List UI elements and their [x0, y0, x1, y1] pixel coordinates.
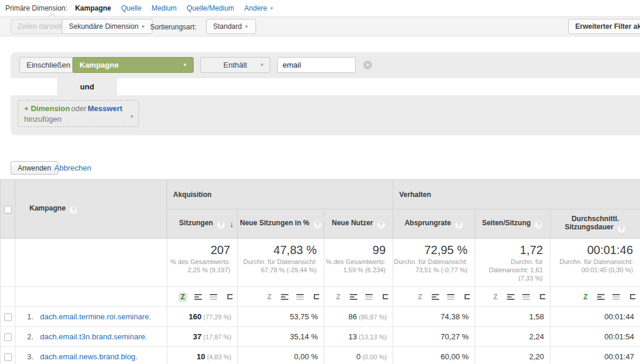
row-index: 1. [27, 312, 40, 321]
tab-quelle[interactable]: Quelle [121, 4, 142, 12]
row-checkbox[interactable] [4, 313, 12, 321]
help-icon[interactable]: ? [377, 221, 386, 229]
table-row: 3.dach.email.news.brand.blog. 10(4,83 %)… [1, 347, 640, 364]
filter-dimension-dropdown[interactable]: Kampagne▼ [72, 57, 194, 73]
select-all-checkbox[interactable] [4, 206, 12, 213]
help-icon[interactable]: ? [534, 221, 543, 229]
sparkline-z-icon[interactable]: Z [582, 293, 589, 302]
new-users-cell: 86(86,87 %) [324, 307, 393, 327]
bounce-cell: 60,00 % [393, 347, 475, 364]
help-icon[interactable]: ? [313, 221, 322, 229]
column-display-options-row: Z Z Z Z Z Z [1, 287, 640, 307]
sparkline-z-icon[interactable]: Z [334, 293, 342, 302]
add-metric-label[interactable]: Messwert [88, 104, 122, 113]
chevron-down-icon: ▼ [244, 24, 249, 29]
pivot-icon[interactable] [462, 293, 470, 300]
secondary-dimension-dropdown[interactable]: Sekundäre Dimension▼ [62, 19, 152, 34]
add-dimension-metric-button[interactable]: + DimensionoderMesswert hinzufügen ▼ [18, 100, 139, 127]
pages-cell: 2,20 [475, 347, 551, 364]
row-index: 3. [27, 352, 40, 361]
filter-operator-dropdown[interactable]: Enthält▼ [200, 57, 270, 73]
column-header-sitzungsdauer[interactable]: Durchschnittl.Sitzungsdauer? [551, 209, 640, 239]
performance-bars-icon[interactable] [447, 294, 455, 300]
sessions-cell: 10(4,83 %) [167, 347, 238, 364]
bar-chart-icon[interactable] [194, 294, 202, 300]
sparkline-z-icon[interactable]: Z [492, 293, 499, 302]
performance-bars-icon[interactable] [612, 294, 620, 300]
campaign-link[interactable]: dach.email.t3n.brand.seminare. [40, 332, 147, 341]
new-sessions-cell: 53,75 % [238, 307, 324, 327]
filter-and-input[interactable] [117, 78, 640, 95]
chevron-down-icon: ▼ [141, 24, 145, 29]
performance-bars-icon[interactable] [296, 294, 304, 300]
cancel-link[interactable]: Abbrechen [54, 163, 91, 172]
help-icon[interactable]: ? [217, 221, 226, 229]
primary-dimension-bar: Primäre Dimension: Kampagne Quelle Mediu… [0, 0, 640, 16]
column-header-kampagne[interactable]: Kampagne? [15, 180, 167, 239]
tab-medium[interactable]: Medium [151, 4, 177, 12]
row-checkbox[interactable] [4, 353, 12, 361]
filter-value-input[interactable] [277, 57, 356, 73]
sessions-cell: 37(17,87 %) [167, 327, 238, 347]
pivot-icon[interactable] [628, 293, 635, 300]
table-row: 1.dach.email.termine.roi.seminare. 160(7… [1, 307, 640, 327]
primary-dimension-label: Primäre Dimension: [5, 4, 67, 12]
chevron-down-icon: ▼ [183, 62, 187, 68]
sparkline-z-icon[interactable]: Z [266, 293, 273, 302]
bounce-cell: 70,27 % [393, 327, 475, 347]
column-header-neue-nutzer[interactable]: Neue Nutzer? [324, 209, 393, 239]
help-icon[interactable]: ? [617, 225, 626, 233]
new-users-cell: 0(0,00 %) [324, 347, 393, 364]
pages-cell: 2,24 [475, 327, 551, 347]
summary-pages: 1,72Durchn. fürDatenansicht: 1,61 (7,33 … [475, 239, 551, 287]
column-header-absprungrate[interactable]: Absprungrate? [393, 209, 475, 239]
help-icon[interactable]: ? [455, 221, 463, 229]
performance-bars-icon[interactable] [365, 294, 373, 300]
row-index: 2. [27, 332, 40, 341]
sort-type-dropdown[interactable]: Standard▼ [206, 19, 256, 34]
performance-bars-icon[interactable] [210, 294, 217, 300]
column-header-neue-sitzungen[interactable]: Neue Sitzungen in %? [238, 209, 324, 239]
sparkline-z-icon[interactable]: Z [179, 293, 187, 302]
new-users-cell: 13(13,13 %) [324, 327, 393, 347]
sort-type-label: Sortierungsart: [150, 23, 197, 31]
help-icon[interactable]: ? [69, 206, 78, 215]
duration-cell: 00:01:44 [551, 307, 640, 327]
bar-chart-icon[interactable] [597, 294, 605, 300]
bar-chart-icon[interactable] [350, 294, 357, 300]
summary-new-users: 99% des Gesamtwerts:1,59 % (6.234) [324, 239, 393, 287]
bar-chart-icon[interactable] [507, 294, 515, 300]
filter-add-row: + DimensionoderMesswert hinzufügen ▼ [11, 95, 640, 135]
chevron-down-icon: ▼ [270, 6, 274, 11]
include-exclude-button[interactable]: Einschließen [19, 57, 77, 73]
pivot-icon[interactable] [225, 293, 233, 300]
pivot-icon[interactable] [380, 293, 388, 300]
bar-chart-icon[interactable] [281, 294, 289, 300]
clear-filter-icon[interactable]: ✕ [363, 61, 372, 69]
new-sessions-cell: 35,14 % [238, 327, 324, 347]
tab-andere[interactable]: Andere▼ [244, 4, 274, 12]
campaign-link[interactable]: dach.email.news.brand.blog. [40, 352, 138, 361]
group-header-akquisition: Akquisition [167, 180, 393, 209]
select-all-checkbox-cell [1, 180, 15, 239]
bar-chart-icon[interactable] [432, 294, 439, 300]
tab-kampagne[interactable]: Kampagne [75, 4, 111, 12]
campaign-link[interactable]: dach.email.termine.roi.seminare. [40, 312, 151, 321]
campaign-table: Kampagne? Akquisition Verhalten Sitzunge… [0, 179, 640, 364]
column-header-seiten-sitzung[interactable]: Seiten/Sitzung? [475, 209, 551, 239]
pivot-icon[interactable] [311, 293, 319, 300]
duration-cell: 00:01:54 [551, 327, 640, 347]
column-header-sitzungen[interactable]: Sitzungen?↓ [167, 209, 238, 239]
performance-bars-icon[interactable] [522, 294, 530, 300]
summary-duration: 00:01:46Durchn. für Datenansicht:00:01:4… [551, 239, 640, 287]
sessions-cell: 160(77,29 %) [167, 307, 238, 327]
pivot-icon[interactable] [538, 293, 545, 300]
row-checkbox[interactable] [4, 333, 12, 341]
apply-button[interactable]: Anwenden [11, 161, 58, 175]
duration-cell: 00:01:47 [551, 347, 640, 364]
sparkline-z-icon[interactable]: Z [416, 293, 424, 302]
analytics-report-page: Primäre Dimension: Kampagne Quelle Mediu… [0, 0, 640, 364]
tab-quelle-medium[interactable]: Quelle/Medium [187, 4, 234, 12]
add-dimension-label[interactable]: + Dimension [24, 104, 70, 113]
advanced-filter-button[interactable]: Erweiterter Filter aktiviert [568, 19, 640, 34]
